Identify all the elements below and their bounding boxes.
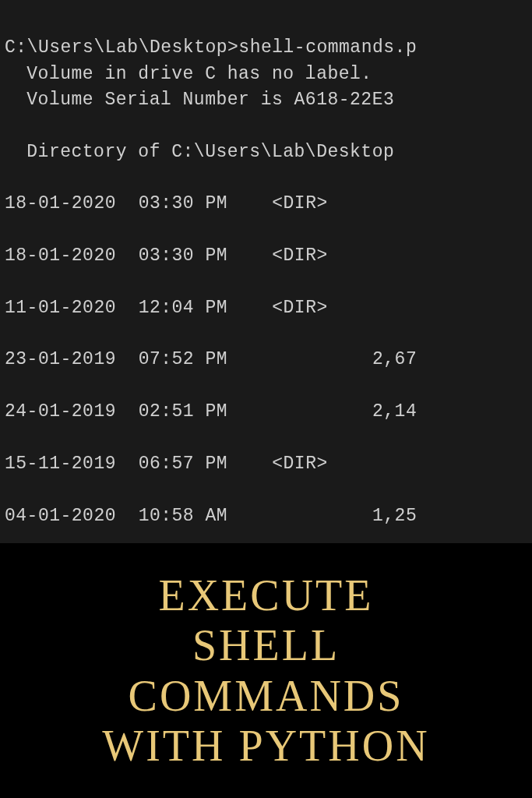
volume-serial-line: Volume Serial Number is A618-22E3 [5, 90, 394, 110]
volume-label-line: Volume in drive C has no label. [5, 64, 372, 84]
command-prompt: C:\Users\Lab\Desktop>shell-commands.p [5, 37, 417, 58]
title-line-1: EXECUTE [102, 570, 429, 620]
dir-listing-row: 04-01-2020 10:58 AM 1,25 [5, 503, 532, 529]
dir-listing-row: 11-01-2020 12:04 PM <DIR> [5, 295, 532, 321]
dir-listing-row: 23-01-2019 07:52 PM 2,67 [5, 347, 532, 373]
title-line-4: WITH PYTHON [102, 721, 429, 771]
title-line-3: COMMANDS [102, 671, 429, 721]
directory-of-line: Directory of C:\Users\Lab\Desktop [5, 142, 394, 162]
title-line-2: SHELL [102, 620, 429, 670]
dir-listing-row: 18-01-2020 03:30 PM <DIR> [5, 243, 532, 269]
dir-listing-row: 18-01-2020 03:30 PM <DIR> [5, 191, 532, 217]
title-text: EXECUTE SHELL COMMANDS WITH PYTHON [102, 570, 429, 772]
dir-listing-row: 24-01-2019 02:51 PM 2,14 [5, 399, 532, 425]
dir-listing-row: 15-11-2019 06:57 PM <DIR> [5, 451, 532, 477]
terminal-output: C:\Users\Lab\Desktop>shell-commands.p Vo… [0, 0, 532, 543]
title-banner: EXECUTE SHELL COMMANDS WITH PYTHON [0, 543, 532, 798]
